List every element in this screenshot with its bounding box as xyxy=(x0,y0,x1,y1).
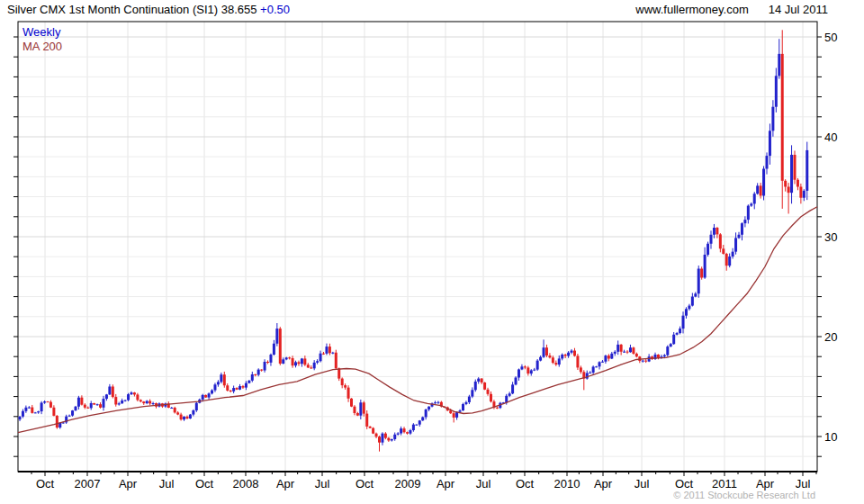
candle-body xyxy=(174,408,176,412)
candle-body xyxy=(610,354,613,359)
x-axis-label: Oct xyxy=(675,477,694,490)
header-right: www.fullermoney.com14 Jul 2011 xyxy=(635,3,828,16)
candle-body xyxy=(260,370,263,371)
candle-body xyxy=(682,316,685,328)
chart-title-text: Silver CMX 1st Month Continuation (SI1) … xyxy=(7,3,260,16)
candle-body xyxy=(685,309,688,315)
candle-body xyxy=(474,382,477,390)
candle-body xyxy=(279,328,282,364)
candle-body xyxy=(335,353,338,369)
x-axis-label: 2008 xyxy=(233,477,259,490)
candle-body xyxy=(760,185,762,195)
candle-body xyxy=(46,401,49,402)
candle-body xyxy=(766,156,769,168)
candle-body xyxy=(180,415,183,420)
candle-body xyxy=(56,416,58,428)
candle-body xyxy=(743,220,746,223)
candle-body xyxy=(208,393,211,397)
candle-body xyxy=(806,150,808,191)
candle-body xyxy=(353,407,356,413)
candle-body xyxy=(31,408,33,413)
candle-body xyxy=(464,402,467,404)
candle-body xyxy=(580,367,582,372)
candle-body xyxy=(202,395,204,400)
x-axis-label: Jul xyxy=(796,477,811,490)
candle-body xyxy=(706,244,709,255)
candle-body xyxy=(552,357,554,363)
candle-body xyxy=(775,76,778,106)
candle-body xyxy=(288,357,291,358)
candle-body xyxy=(716,228,718,234)
candle-body xyxy=(471,390,473,396)
candle-body xyxy=(623,352,626,353)
candle-body xyxy=(127,394,130,400)
candle-body xyxy=(301,358,303,364)
candle-body xyxy=(328,346,331,353)
candle-body xyxy=(307,364,310,367)
candle-body xyxy=(629,347,632,352)
candle-body xyxy=(204,395,207,398)
candle-body xyxy=(183,417,185,419)
candle-body xyxy=(710,235,713,244)
candle-body xyxy=(592,366,595,372)
legend-ma200-label: MA 200 xyxy=(22,40,62,53)
candle-body xyxy=(571,351,573,353)
candle-body xyxy=(734,238,737,251)
candle-body xyxy=(297,362,300,364)
candle-body xyxy=(524,366,526,367)
candle-body xyxy=(663,356,666,357)
candle-body xyxy=(24,408,27,411)
candle-body xyxy=(728,256,731,266)
candle-body xyxy=(220,374,222,382)
candle-body xyxy=(254,374,256,375)
candle-body xyxy=(146,401,148,403)
candle-body xyxy=(626,352,629,353)
candle-body xyxy=(561,355,563,358)
candle-body xyxy=(545,347,548,356)
candle-body xyxy=(756,185,759,194)
candle-body xyxy=(738,235,741,238)
candle-body xyxy=(434,402,436,403)
candle-body xyxy=(694,293,697,296)
candle-body xyxy=(601,362,604,363)
candle-body xyxy=(114,397,117,404)
candle-body xyxy=(508,393,511,396)
candle-body xyxy=(666,346,669,356)
candle-body xyxy=(381,434,383,443)
x-axis-label: Jul xyxy=(315,477,330,490)
candle-body xyxy=(747,206,750,220)
x-axis-label: Apr xyxy=(119,477,138,490)
candle-body xyxy=(68,416,71,417)
candle-body xyxy=(80,398,83,405)
candle-body xyxy=(459,410,462,412)
candle-body xyxy=(425,410,428,417)
candle-body xyxy=(598,362,601,366)
x-axis-label: Jul xyxy=(159,477,175,490)
candle-body xyxy=(118,403,121,404)
candle-body xyxy=(784,181,787,187)
candle-body xyxy=(449,410,452,413)
candle-body xyxy=(257,370,260,375)
candle-body xyxy=(28,408,31,409)
candle-body xyxy=(576,356,579,367)
candle-body xyxy=(303,358,306,364)
x-axis-label: Jul xyxy=(634,477,650,490)
candle-body xyxy=(483,382,486,390)
candle-body xyxy=(526,367,529,374)
x-axis-label: Oct xyxy=(356,477,374,490)
candle-body xyxy=(518,369,520,377)
candle-body xyxy=(558,358,561,364)
plot-border xyxy=(18,22,817,472)
copyright-notice: © 2011 Stockcube Research Ltd xyxy=(673,490,815,500)
candle-body xyxy=(741,223,743,235)
candle-body xyxy=(232,388,235,392)
candle-body xyxy=(589,373,591,374)
x-axis-label: 2009 xyxy=(395,477,421,490)
candle-body xyxy=(679,328,681,333)
x-axis-label: Oct xyxy=(36,477,55,490)
candle-body xyxy=(676,333,679,335)
candle-body xyxy=(230,391,232,392)
candle-body xyxy=(192,410,194,415)
candle-body xyxy=(462,404,464,410)
candle-body xyxy=(170,408,173,409)
